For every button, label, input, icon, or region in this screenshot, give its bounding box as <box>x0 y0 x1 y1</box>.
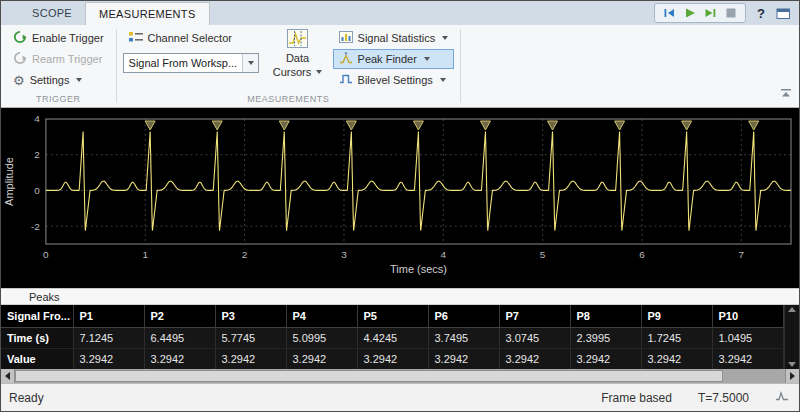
chevron-down-icon <box>248 61 254 65</box>
status-bar: Ready Frame based T=7.5000 <box>1 383 799 411</box>
peak-finder-button[interactable]: Peak Finder <box>333 49 455 69</box>
peaks-cell[interactable]: 4.4245 <box>357 327 428 348</box>
rearm-trigger-button[interactable]: Rearm Trigger <box>7 49 110 69</box>
scroll-up-icon[interactable] <box>788 307 796 312</box>
peaks-cell[interactable]: 3.2942 <box>641 348 712 369</box>
peaks-cell[interactable]: 1.7245 <box>641 327 712 348</box>
svg-text:1: 1 <box>142 249 148 260</box>
peaks-cell[interactable]: 1.0495 <box>712 327 783 348</box>
vertical-scrollbar[interactable] <box>784 305 799 369</box>
rearm-trigger-icon <box>13 51 27 67</box>
bilevel-settings-icon <box>339 73 353 87</box>
peaks-cell[interactable]: 3.2942 <box>570 348 641 369</box>
peak-finder-label: Peak Finder <box>358 53 417 65</box>
chevron-down-icon <box>76 78 82 82</box>
frame-mode-label: Frame based <box>601 391 672 405</box>
bilevel-settings-label: Bilevel Settings <box>358 74 433 86</box>
scroll-left-icon[interactable] <box>1 369 15 383</box>
peaks-panel-header: Peaks <box>1 288 799 305</box>
tab-scope[interactable]: SCOPE <box>19 1 85 25</box>
svg-text:5: 5 <box>540 249 546 260</box>
scope-window: SCOPE MEASUREMENTS ? Enable Trigger <box>0 0 800 412</box>
trigger-settings-label: Settings <box>30 74 70 86</box>
peaks-cell[interactable]: 3.2942 <box>428 348 499 369</box>
dock-icon[interactable] <box>776 7 791 20</box>
data-cursors-icon <box>287 29 308 51</box>
svg-text:0: 0 <box>34 185 40 196</box>
data-cursors-label-line1: Data <box>286 51 309 65</box>
data-cursors-button[interactable]: Data Cursors <box>271 28 325 93</box>
peaks-col-header[interactable]: P5 <box>357 305 428 327</box>
svg-text:2: 2 <box>242 249 248 260</box>
status-signal-icon <box>775 390 789 405</box>
measurements-section: Channel Selector Signal From Worksp... D… <box>117 25 461 107</box>
simulation-time-label: T=7.5000 <box>698 391 749 405</box>
enable-trigger-button[interactable]: Enable Trigger <box>7 28 110 48</box>
enable-trigger-label: Enable Trigger <box>32 32 104 44</box>
peaks-cell[interactable]: 3.2942 <box>286 348 357 369</box>
peaks-col-header[interactable]: P3 <box>215 305 286 327</box>
peaks-row-label: Value <box>1 348 73 369</box>
signal-statistics-label: Signal Statistics <box>358 32 436 44</box>
collapse-ribbon-icon[interactable] <box>780 84 792 102</box>
svg-text:4: 4 <box>441 249 447 260</box>
scope-plot[interactable]: 01234567-2024Time (secs)Amplitude <box>1 108 799 288</box>
stop-icon[interactable] <box>725 7 737 19</box>
channel-selector-button[interactable]: Channel Selector <box>123 28 263 48</box>
scroll-down-icon[interactable] <box>788 362 796 367</box>
peaks-col-header[interactable]: P1 <box>73 305 144 327</box>
help-button[interactable]: ? <box>755 6 767 21</box>
peaks-cell[interactable]: 3.2942 <box>215 348 286 369</box>
signal-statistics-button[interactable]: Signal Statistics <box>333 28 455 48</box>
table-row: Time (s)7.12456.44955.77455.09954.42453.… <box>1 327 799 348</box>
source-combobox[interactable]: Signal From Worksp... <box>123 53 259 73</box>
peaks-cell[interactable]: 3.7495 <box>428 327 499 348</box>
peaks-cell[interactable]: 5.0995 <box>286 327 357 348</box>
peaks-cell[interactable]: 2.3995 <box>570 327 641 348</box>
ribbon: Enable Trigger Rearm Trigger ⚙ Settings … <box>1 25 799 108</box>
svg-text:7: 7 <box>739 249 745 260</box>
peaks-col-header[interactable]: Signal Fro... <box>1 305 73 327</box>
svg-text:Time (secs): Time (secs) <box>390 263 447 275</box>
chevron-down-icon <box>440 78 446 82</box>
scrollbar-thumb[interactable] <box>15 370 723 382</box>
peaks-panel-title: Peaks <box>29 291 60 303</box>
section-divider <box>460 29 461 103</box>
chevron-down-icon <box>442 36 448 40</box>
combobox-arrow-button[interactable] <box>242 54 258 72</box>
peaks-cell[interactable]: 3.2942 <box>712 348 783 369</box>
settings-icon: ⚙ <box>13 74 25 87</box>
peaks-col-header[interactable]: P8 <box>570 305 641 327</box>
step-back-icon[interactable] <box>663 7 676 19</box>
channel-selector-icon <box>129 31 143 45</box>
status-message: Ready <box>9 391 44 405</box>
scroll-right-icon[interactable] <box>785 369 799 383</box>
peaks-col-header[interactable]: P10 <box>712 305 783 327</box>
peaks-col-header[interactable]: P6 <box>428 305 499 327</box>
peaks-cell[interactable]: 3.2942 <box>357 348 428 369</box>
peaks-cell[interactable]: 5.7745 <box>215 327 286 348</box>
peaks-table[interactable]: Signal Fro...P1P2P3P4P5P6P7P8P9P10Time (… <box>1 305 799 369</box>
peaks-cell[interactable]: 3.2942 <box>73 348 144 369</box>
source-combobox-value: Signal From Worksp... <box>129 57 238 69</box>
peaks-col-header[interactable]: P7 <box>499 305 570 327</box>
step-forward-icon[interactable] <box>704 7 717 19</box>
peaks-col-header[interactable]: P9 <box>641 305 712 327</box>
peaks-cell[interactable]: 7.1245 <box>73 327 144 348</box>
peaks-cell[interactable]: 3.2942 <box>499 348 570 369</box>
horizontal-scrollbar[interactable] <box>1 369 799 383</box>
signal-statistics-icon <box>339 31 353 45</box>
peaks-col-header[interactable]: P2 <box>144 305 215 327</box>
tab-measurements[interactable]: MEASUREMENTS <box>85 2 210 25</box>
trigger-section-label: TRIGGER <box>7 93 110 107</box>
quick-access-toolbar: ? <box>654 1 799 25</box>
bilevel-settings-button[interactable]: Bilevel Settings <box>333 70 455 90</box>
measurements-section-label: MEASUREMENTS <box>123 93 455 107</box>
run-icon[interactable] <box>684 7 696 19</box>
peaks-col-header[interactable]: P4 <box>286 305 357 327</box>
trigger-settings-button[interactable]: ⚙ Settings <box>7 70 110 90</box>
scope-canvas[interactable]: 01234567-2024Time (secs)Amplitude <box>1 108 799 288</box>
peaks-cell[interactable]: 3.2942 <box>144 348 215 369</box>
peaks-cell[interactable]: 6.4495 <box>144 327 215 348</box>
peaks-cell[interactable]: 3.0745 <box>499 327 570 348</box>
